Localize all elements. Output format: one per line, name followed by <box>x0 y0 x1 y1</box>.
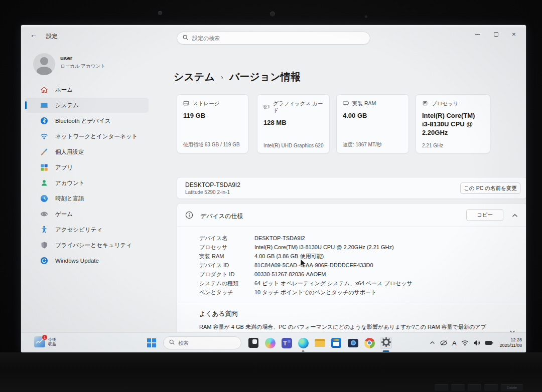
card-footer: Intel(R) UHD Graphics 620 <box>263 143 323 148</box>
spec-label: プロセッサ <box>199 244 254 251</box>
spec-label: デバイス名 <box>199 235 254 242</box>
minimize-button[interactable] <box>469 28 487 40</box>
sidebar-item-label: プライバシーとセキュリティ <box>55 242 132 249</box>
ram-icon <box>343 100 349 107</box>
spec-row: ペンとタッチ 10 タッチ ポイントでのペンとタッチのサポート <box>199 288 413 297</box>
card-value: 119 GB <box>183 111 242 120</box>
storage-icon <box>183 100 189 107</box>
webcam-dot <box>270 12 275 17</box>
card-value: 4.00 GB <box>343 111 402 120</box>
spec-label: プロダクト ID <box>199 271 254 278</box>
sidebar-item-system[interactable]: システム <box>25 98 149 113</box>
sidebar-item-accounts[interactable]: アカウント <box>25 175 149 190</box>
back-button[interactable]: ← <box>30 31 37 39</box>
ime-mode-indicator[interactable]: A <box>452 339 457 347</box>
laptop-base: Delete <box>0 352 542 392</box>
settings-search-box[interactable] <box>177 32 370 45</box>
sidebar-item-personalization[interactable]: 個人用設定 <box>25 144 149 159</box>
gaming-icon <box>40 210 48 218</box>
taskbar-app-copilot[interactable] <box>264 337 276 349</box>
spec-row: デバイス名 DESKTOP-TSDA9I2 <box>199 234 413 243</box>
avatar[interactable] <box>33 53 55 75</box>
settings-search-input[interactable] <box>192 35 365 41</box>
start-button[interactable] <box>146 337 158 349</box>
card-footer: 使用領域 63 GB / 119 GB <box>183 141 240 148</box>
spec-row: システムの種類 64 ビット オペレーティング システム、x64 ベース プロセ… <box>199 279 413 288</box>
clock[interactable]: 12:28 2025/11/08 <box>498 337 522 348</box>
spec-value: DESKTOP-TSDA9I2 <box>254 235 305 241</box>
rename-pc-button[interactable]: この PC の名前を変更 <box>460 182 520 194</box>
taskbar-app-chrome[interactable] <box>363 337 375 349</box>
sidebar-item-time-language[interactable]: 時刻と言語 <box>25 191 149 206</box>
network-internet-icon <box>40 132 48 140</box>
home-icon <box>40 86 48 94</box>
copilot-icon <box>265 338 276 348</box>
sidebar-item-windows-update[interactable]: Windows Update <box>25 253 149 268</box>
accessibility-icon <box>40 226 48 234</box>
sidebar-item-accessibility[interactable]: アクセシビリティ <box>25 222 149 237</box>
spec-row: デバイス ID 81C84A09-5CAD-4EAA-906E-DDDDCEE4… <box>199 261 413 270</box>
taskbar-app-file-explorer[interactable] <box>314 337 326 349</box>
taskbar-app-store[interactable] <box>330 337 342 349</box>
settings-icon <box>381 337 391 349</box>
taskbar-search-input[interactable] <box>178 340 228 346</box>
sidebar-item-label: アプリ <box>55 164 73 171</box>
sidebar-item-bluetooth-devices[interactable]: Bluetooth とデバイス <box>25 113 149 128</box>
breadcrumb: システム › バージョン情報 <box>174 70 301 84</box>
keyboard-hint: Delete <box>435 384 523 391</box>
sidebar-item-label: ホーム <box>55 86 73 94</box>
close-button[interactable]: ✕ <box>505 28 523 40</box>
taskbar-app-camera[interactable] <box>347 337 359 349</box>
system-icon <box>40 101 48 109</box>
user-account-type: ローカル アカウント <box>60 63 105 70</box>
sidebar-item-label: 時刻と言語 <box>55 195 84 203</box>
device-specs-title: デバイスの仕様 <box>200 212 243 221</box>
apps-icon <box>40 163 48 171</box>
device-model: Latitude 5290 2-in-1 <box>185 189 230 195</box>
sidebar-item-privacy-security[interactable]: プライバシーとセキュリティ <box>25 238 149 253</box>
taskbar-app-task-view[interactable] <box>247 337 259 349</box>
privacy-security-icon <box>40 241 48 249</box>
sidebar-item-gaming[interactable]: ゲーム <box>25 207 149 222</box>
spec-label: 実装 RAM <box>199 253 254 260</box>
summary-card-graphics-card: グラフィックス カード 128 MB Intel(R) UHD Graphics… <box>257 94 330 153</box>
battery-icon[interactable] <box>485 340 493 345</box>
sidebar-item-apps[interactable]: アプリ <box>25 160 149 175</box>
app-title: 設定 <box>46 33 58 40</box>
volume-icon[interactable] <box>473 340 480 346</box>
card-footer: 2.21 GHz <box>422 143 443 148</box>
copy-button[interactable]: コピー <box>466 209 503 221</box>
spec-row: プロセッサ Intel(R) Core(TM) i3-8130U CPU @ 2… <box>199 243 413 252</box>
taskbar-app-settings[interactable] <box>380 337 392 349</box>
taskbar-app-edge[interactable] <box>297 337 309 349</box>
settings-titlebar: ← 設定 ✕ <box>21 25 526 46</box>
chevron-up-icon[interactable] <box>510 211 519 220</box>
settings-sidebar: user ローカル アカウント ホーム システム Bluetooth とデバイス… <box>21 46 153 332</box>
card-value: Intel(R) Core(TM) i3-8130U CPU @ 2.20GHz <box>422 111 484 137</box>
restore-button[interactable] <box>487 28 505 40</box>
wifi-icon[interactable] <box>461 340 469 346</box>
task-view-icon <box>248 338 258 348</box>
time-language-icon <box>40 194 48 203</box>
eye-slash-icon[interactable] <box>440 340 448 346</box>
spec-value: 81C84A09-5CAD-4EAA-906E-DDDDCEE433D0 <box>254 262 373 268</box>
card-label: プロセッサ <box>432 100 459 107</box>
card-label: 実装 RAM <box>352 100 376 107</box>
sidebar-item-network-internet[interactable]: ネットワークとインターネット <box>25 129 149 144</box>
spec-row: プロダクト ID 00330-51267-82036-AAOEM <box>199 270 413 279</box>
breadcrumb-system[interactable]: システム <box>174 70 215 84</box>
active-indicator <box>383 350 389 352</box>
hidden-icons-chevron-icon[interactable] <box>430 341 435 345</box>
faq-title: よくある質問 <box>199 310 237 318</box>
bezel-sensor-dot <box>365 16 367 18</box>
sidebar-item-home[interactable]: ホーム <box>25 82 149 97</box>
settings-main: システム › バージョン情報 ストレージ 119 GB 使用領域 63 GB /… <box>153 46 526 332</box>
windows-update-icon <box>40 257 48 265</box>
taskbar-app-teams[interactable]: T <box>281 337 293 349</box>
widgets-button[interactable]: 1 今後収益 <box>34 336 56 347</box>
taskbar-search-box[interactable] <box>163 336 241 349</box>
sidebar-item-label: システム <box>55 102 79 109</box>
user-name: user <box>60 55 72 61</box>
edge-icon <box>298 338 309 348</box>
device-name-panel: DESKTOP-TSDA9I2 Latitude 5290 2-in-1 この … <box>177 177 526 199</box>
